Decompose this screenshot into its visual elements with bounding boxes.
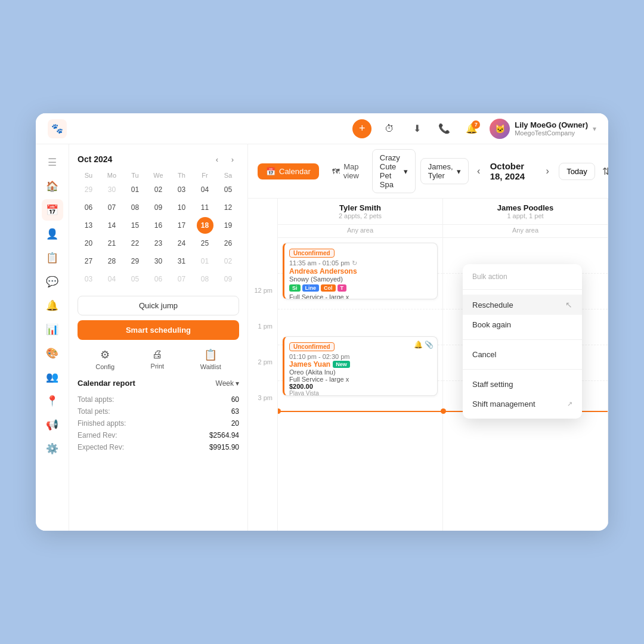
context-menu-shift-management[interactable]: Shift management ↗ (463, 394, 582, 414)
cal-day[interactable]: 06 (150, 271, 167, 287)
print-tool[interactable]: 🖨 Print (151, 348, 165, 370)
avatar: 🐱 (490, 119, 510, 139)
context-menu-reschedule[interactable]: Reschedule ↖ (463, 295, 582, 315)
cal-day[interactable]: 02 (220, 253, 237, 270)
sidebar-item-messages[interactable]: 💬 (42, 271, 63, 292)
cal-day[interactable]: 03 (174, 181, 190, 198)
left-panel: Oct 2024 ‹ › Su Mo Tu We Th Fr Sa 29 (69, 144, 248, 531)
appointment-card[interactable]: 🔔 📎 Unconfirmed 01:10 pm - 02:30 pm Jame… (283, 336, 438, 396)
cal-day[interactable]: 29 (127, 253, 144, 270)
quick-jump-button[interactable]: Quick jump (78, 296, 239, 315)
waitlist-tool[interactable]: 📋 Waitlist (200, 348, 221, 370)
cal-day[interactable]: 11 (197, 199, 213, 216)
waitlist-icon: 📋 (204, 348, 217, 361)
cal-day[interactable]: 27 (80, 253, 97, 270)
appt-pet: Oreo (Akita Inu) (289, 369, 432, 376)
cal-day[interactable]: 06 (80, 199, 97, 216)
cal-day[interactable]: 02 (150, 181, 167, 198)
cal-day[interactable]: 07 (104, 199, 120, 216)
cal-day-today[interactable]: 18 (197, 217, 213, 234)
sidebar-item-location[interactable]: 📍 (42, 390, 63, 411)
timer-button[interactable]: ⏱ (380, 119, 399, 138)
cal-day[interactable]: 08 (127, 199, 144, 216)
next-month-button[interactable]: › (226, 153, 239, 166)
cal-day[interactable]: 05 (127, 271, 144, 287)
new-badge: New (333, 361, 350, 368)
calendar-report: Calendar report Week ▾ Total appts: 60 T… (78, 379, 239, 453)
bell-button[interactable]: 🔔 7 (462, 119, 481, 138)
phone-button[interactable]: 📞 (435, 119, 454, 138)
cal-day[interactable]: 30 (104, 181, 120, 198)
cal-day[interactable]: 05 (220, 181, 237, 198)
mini-calendar: Oct 2024 ‹ › Su Mo Tu We Th Fr Sa 29 (78, 153, 239, 287)
cal-day[interactable]: 14 (104, 217, 120, 234)
sidebar-item-team[interactable]: 👥 (42, 366, 63, 388)
context-menu-book-again[interactable]: Book again (463, 315, 582, 335)
sidebar-item-reports[interactable]: 📋 (42, 247, 63, 268)
user-menu[interactable]: 🐱 Lily MoeGo (Owner) MoegoTestCompany ▾ (490, 119, 596, 139)
cal-day[interactable]: 24 (174, 235, 190, 252)
sidebar-item-home[interactable]: 🏠 (42, 175, 63, 197)
prev-month-button[interactable]: ‹ (210, 153, 224, 166)
cal-day[interactable]: 01 (197, 253, 213, 270)
tab-calendar[interactable]: 📅 Calendar (258, 163, 319, 179)
cal-day[interactable]: 28 (104, 253, 120, 270)
cal-day[interactable]: 15 (127, 217, 144, 234)
appointment-card[interactable]: Unconfirmed 11:35 am - 01:05 pm ↻ Andrea… (283, 243, 438, 299)
sub-header: 📅 Calendar 🗺 Map view Crazy Cute Pet Spa… (248, 144, 608, 199)
sort-button[interactable]: ⇅ (602, 162, 608, 181)
sidebar-item-analytics[interactable]: 📊 (42, 318, 63, 340)
cal-day[interactable]: 12 (220, 199, 237, 216)
user-company: MoegoTestCompany (515, 129, 588, 137)
cal-day[interactable]: 01 (127, 181, 144, 198)
sidebar-item-marketing[interactable]: 📢 (42, 414, 63, 435)
appt-time: 11:35 am - 01:05 pm ↻ (289, 259, 432, 267)
download-button[interactable]: ⬇ (407, 119, 426, 138)
staff-meta: 2 appts, 2 pets (285, 212, 435, 219)
today-button[interactable]: Today (559, 163, 595, 180)
sidebar-item-alerts[interactable]: 🔔 (42, 295, 63, 316)
cal-day[interactable]: 10 (174, 199, 190, 216)
time-slot: 2 pm (248, 356, 277, 392)
top-bar-right: + ⏱ ⬇ 📞 🔔 7 🐱 Lily MoeGo (Owner) MoegoTe… (352, 119, 596, 139)
tab-map-view[interactable]: 🗺 Map view (324, 159, 367, 184)
cal-day[interactable]: 07 (174, 271, 190, 287)
location-selector[interactable]: Crazy Cute Pet Spa ▾ (372, 149, 416, 193)
cal-day[interactable]: 09 (220, 271, 237, 287)
add-button[interactable]: + (352, 119, 371, 138)
cal-day[interactable]: 31 (174, 253, 190, 270)
sidebar-item-menu[interactable]: ☰ (42, 151, 63, 173)
cal-day[interactable]: 04 (104, 271, 120, 287)
cal-day[interactable]: 29 (80, 181, 97, 198)
cal-day[interactable]: 04 (197, 181, 213, 198)
sidebar-item-calendar[interactable]: 📅 (42, 199, 63, 221)
staff-selector[interactable]: James, Tyler ▾ (420, 158, 469, 184)
cal-day[interactable]: 17 (174, 217, 190, 234)
cal-day[interactable]: 21 (104, 235, 120, 252)
cal-day[interactable]: 26 (220, 235, 237, 252)
cal-day[interactable]: 22 (127, 235, 144, 252)
context-menu-staff-setting[interactable]: Staff setting (463, 374, 582, 394)
prev-date-button[interactable]: ‹ (473, 163, 484, 179)
mini-calendar-header: Oct 2024 ‹ › (78, 153, 239, 166)
sidebar-item-settings[interactable]: ⚙️ (42, 438, 63, 459)
cal-day[interactable]: 08 (197, 271, 213, 287)
cal-day[interactable]: 23 (150, 235, 167, 252)
cal-day[interactable]: 13 (80, 217, 97, 234)
config-tool[interactable]: ⚙ Config (95, 348, 114, 370)
smart-scheduling-button[interactable]: Smart scheduling (78, 320, 239, 340)
cal-day[interactable]: 09 (150, 199, 167, 216)
cal-day[interactable]: 25 (197, 235, 213, 252)
report-period-selector[interactable]: Week ▾ (216, 379, 239, 388)
cal-day[interactable]: 03 (80, 271, 97, 287)
next-date-button[interactable]: › (542, 163, 553, 179)
cal-day[interactable]: 20 (80, 235, 97, 252)
cal-day[interactable]: 30 (150, 253, 167, 270)
sidebar-item-clients[interactable]: 👤 (42, 223, 63, 244)
cursor-indicator: ↖ (565, 300, 572, 309)
context-menu-cancel[interactable]: Cancel (463, 345, 582, 364)
cal-day[interactable]: 16 (150, 217, 167, 234)
cal-day[interactable]: 19 (220, 217, 237, 234)
user-name: Lily MoeGo (Owner) (515, 120, 588, 129)
sidebar-item-design[interactable]: 🎨 (42, 342, 63, 364)
